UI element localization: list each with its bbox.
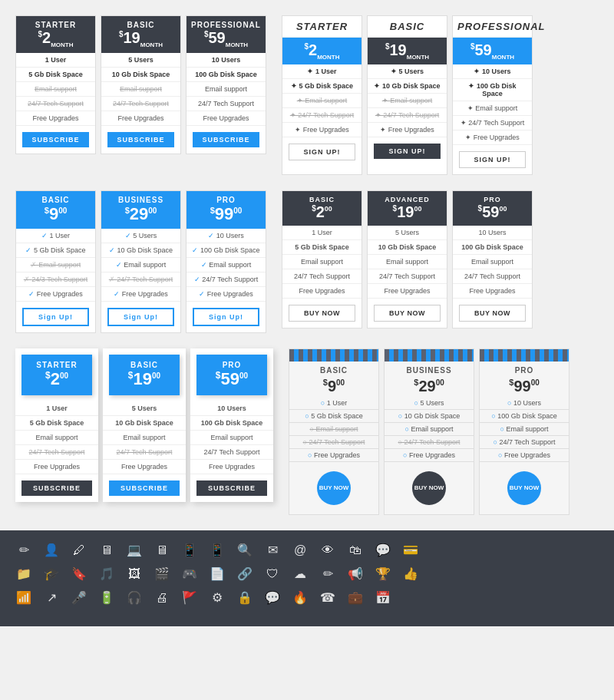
- headphones-icon[interactable]: 🎧: [126, 590, 143, 605]
- plan-price: $5900: [456, 203, 529, 221]
- eye-icon[interactable]: 👁: [319, 543, 336, 557]
- battery-icon[interactable]: 🔋: [98, 590, 115, 605]
- gear-icon[interactable]: ⚙: [209, 590, 226, 605]
- subscribe-button[interactable]: SUBSCRIBE: [22, 132, 89, 147]
- feature-users: 1 User: [289, 397, 378, 410]
- plan-price: $2MONTH: [19, 29, 92, 48]
- icon-row-3: 📶 ↗ 🎤 🔋 🎧 🖨 🚩 ⚙ 🔒 💬 🔥 ☎ 💼 📅: [15, 590, 599, 605]
- basic-dark-table: BASIC $19MONTH 5 Users 10 Gb Disk Space …: [101, 15, 181, 154]
- feature-upgrades: Free Upgrades: [385, 449, 474, 462]
- basic-dark2-table: BASIC $200 1 User 5 Gb Disk Space Email …: [282, 190, 362, 329]
- buynow-button[interactable]: BUY NOW: [412, 471, 446, 505]
- feature-disk: 100 Gb Disk Space: [187, 68, 266, 82]
- feature-users: 5 Users: [385, 397, 474, 410]
- laptop-icon[interactable]: 💻: [126, 543, 143, 557]
- printer-icon[interactable]: 🖨: [154, 591, 170, 605]
- feature-email: Email support: [480, 423, 569, 436]
- icon-bar: ✏ 👤 🖊 🖥 💻 🖥 📱 📱 🔍 ✉ @ 👁 🛍 💬 💳 📁 🎓 🔖 🎵 🖼 …: [0, 530, 614, 626]
- subscribe-button[interactable]: SUBSCRIBE: [21, 480, 92, 496]
- card-icon[interactable]: 💳: [402, 543, 419, 557]
- lock-icon[interactable]: 🔒: [236, 590, 253, 605]
- feature-disk: 10 Gb Disk Space: [368, 240, 447, 255]
- feature-disk: 5 Gb Disk Space: [16, 68, 95, 82]
- buynow-button[interactable]: BUY NOW: [459, 305, 526, 322]
- signup-button[interactable]: SIGN UP!: [374, 144, 441, 159]
- fire-icon[interactable]: 🔥: [292, 590, 309, 605]
- mic-icon[interactable]: 🎤: [71, 590, 87, 605]
- document-icon[interactable]: 📄: [209, 566, 226, 581]
- bubble-icon[interactable]: 💬: [264, 590, 281, 605]
- plan-name: PRO: [190, 196, 262, 204]
- feature-users: 10 Users: [187, 53, 266, 68]
- phone2-icon[interactable]: ☎: [319, 590, 336, 605]
- pencil-icon[interactable]: ✏: [15, 543, 32, 557]
- plan-price: $2900: [385, 376, 474, 397]
- feature-upgrades: Free Upgrades: [187, 287, 266, 302]
- feature-support: 24/7 Tech Support: [16, 97, 95, 111]
- pro-blue-table: PRO $9900 10 Users 100 Gb Disk Space Ema…: [186, 190, 266, 333]
- trophy-icon[interactable]: 🏆: [375, 566, 391, 581]
- desktop-icon[interactable]: 🖥: [154, 543, 170, 557]
- user-icon[interactable]: 👤: [43, 543, 60, 557]
- bag-icon[interactable]: 🛍: [347, 543, 364, 557]
- pen-icon[interactable]: 🖊: [71, 543, 87, 557]
- plan-price: $900: [289, 376, 378, 397]
- email-icon[interactable]: ✉: [264, 543, 281, 557]
- image-icon[interactable]: 🖼: [126, 567, 143, 581]
- pen2-icon[interactable]: ✏: [319, 566, 336, 581]
- feature-disk: 100 Gb Disk Space: [190, 416, 273, 431]
- like-icon[interactable]: 👍: [402, 566, 419, 581]
- monitor-icon[interactable]: 🖥: [98, 543, 115, 557]
- signup-button[interactable]: SIGN UP!: [459, 151, 526, 168]
- share-icon[interactable]: ↗: [43, 590, 60, 605]
- phone-icon[interactable]: 📱: [209, 543, 226, 557]
- subscribe-button[interactable]: SUBSCRIBE: [193, 132, 259, 147]
- signup-button[interactable]: Sign Up!: [107, 308, 174, 326]
- plan-price: $1900: [112, 369, 177, 389]
- feature-upgrades: ✦ Free Upgrades: [368, 123, 447, 137]
- feature-upgrades: Free Upgrades: [101, 111, 180, 126]
- feature-users: ✦ 5 Users: [368, 64, 447, 79]
- wave-decoration: [480, 349, 569, 362]
- shield-icon[interactable]: 🛡: [264, 567, 281, 581]
- buynow-button[interactable]: BUY NOW: [317, 471, 351, 505]
- film-icon[interactable]: 🎬: [154, 566, 170, 581]
- signup-button[interactable]: Sign Up!: [193, 308, 259, 326]
- subscribe-button[interactable]: SUBSCRIBE: [107, 132, 174, 147]
- feature-support: 24/7 Tech Support: [101, 272, 180, 287]
- signup-button[interactable]: Sign Up!: [22, 308, 89, 326]
- feature-email: Email support: [101, 258, 180, 272]
- briefcase-icon[interactable]: 💼: [347, 590, 364, 605]
- cloud-icon[interactable]: ☁: [292, 566, 309, 581]
- plan-name: BASIC: [112, 361, 177, 369]
- buynow-button[interactable]: BUY NOW: [289, 305, 355, 322]
- subscribe-button[interactable]: SUBSCRIBE: [196, 480, 267, 496]
- buynow-button[interactable]: BUY NOW: [507, 471, 541, 505]
- bookmark-icon[interactable]: 🔖: [71, 566, 87, 581]
- music-icon[interactable]: 🎵: [98, 566, 115, 581]
- subscribe-button[interactable]: SUBSCRIBE: [109, 480, 180, 496]
- signup-button[interactable]: SIGN UP!: [289, 144, 355, 160]
- plan-name: STARTER: [19, 21, 92, 29]
- graduation-icon[interactable]: 🎓: [43, 566, 60, 581]
- basic-wave-table: BASIC $900 1 User 5 Gb Disk Space ○ Emai…: [289, 348, 379, 515]
- flag-icon[interactable]: 🚩: [181, 590, 198, 605]
- feature-email: Email support: [15, 431, 98, 445]
- feature-support: 24/7 Tech Support: [187, 97, 266, 111]
- feature-disk: 100 Gb Disk Space: [453, 240, 532, 255]
- feature-disk: 5 Gb Disk Space: [15, 416, 98, 431]
- folder-icon[interactable]: 📁: [15, 566, 32, 581]
- megaphone-icon[interactable]: 📢: [347, 566, 364, 581]
- chat-icon[interactable]: 💬: [375, 543, 391, 557]
- tablet-icon[interactable]: 📱: [181, 543, 198, 557]
- search-icon[interactable]: 🔍: [236, 543, 253, 557]
- feature-users: 5 Users: [101, 53, 180, 68]
- wifi-icon[interactable]: 📶: [15, 590, 32, 605]
- gamepad-icon[interactable]: 🎮: [181, 566, 198, 581]
- plan-name: PRO: [456, 196, 529, 203]
- feature-email: Email support: [453, 255, 532, 269]
- link-icon[interactable]: 🔗: [236, 566, 253, 581]
- buynow-button[interactable]: BUY NOW: [374, 305, 441, 322]
- at-icon[interactable]: @: [292, 543, 309, 557]
- calendar-icon[interactable]: 📅: [375, 590, 391, 605]
